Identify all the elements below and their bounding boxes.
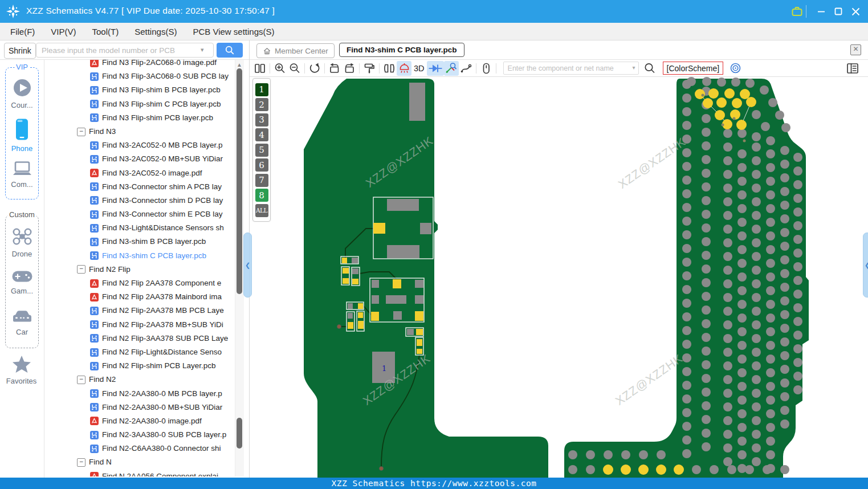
model-search-input[interactable] (36, 43, 214, 58)
colorscheme-button[interactable]: [ColorScheme] (663, 62, 724, 75)
tree-file-row[interactable]: Find N2-2AA380-0 image.pdf (44, 414, 235, 428)
tree-file-row[interactable]: Find N3-2AC052-0 MB PCB layer.p (44, 138, 235, 152)
curve-wire-icon[interactable] (459, 61, 474, 76)
watermark: XZZ@XZZHK (613, 352, 685, 408)
tree-file-row[interactable]: Find N3-Connector shim E PCB lay (44, 207, 235, 221)
mirror-flip-icon[interactable] (382, 61, 397, 76)
menu-item-2[interactable]: VIP(V) (51, 27, 76, 36)
tree-file-row[interactable]: Find N3 Flip-shim PCB layer.pcb (44, 111, 235, 125)
layer-button-5[interactable]: 5 (255, 144, 268, 157)
tree-file-row[interactable]: Find N2 Flip 2AA378 Component e (44, 276, 235, 290)
shrink-button[interactable]: Shrink (4, 43, 36, 59)
sidebar-item-game[interactable]: Gam... (6, 270, 38, 295)
layer-button-4[interactable]: 4 (255, 128, 268, 141)
rotate-view-icon[interactable] (307, 61, 322, 76)
tree-file-row[interactable]: Find N2-2AA380-0 MB PCB layer.p (44, 387, 235, 401)
minimize-button[interactable] (812, 0, 831, 23)
zoom-in-icon[interactable] (272, 61, 287, 76)
3d-view-button[interactable]: 3D (414, 64, 425, 73)
tree-file-row[interactable]: Find N 2AA056 Component explai (44, 470, 235, 476)
sidebar-item-drone[interactable]: Drone (6, 227, 38, 258)
pcb-viewport[interactable]: 1 XZZ@XZZHK XZZ@XZZHK XZZ@XZZHK XZZ@XZZH… (249, 77, 868, 478)
diode-mode-icon[interactable] (427, 61, 444, 76)
zoom-out-icon[interactable] (287, 61, 302, 76)
net-search-icon[interactable] (642, 61, 657, 76)
tree-item-label: Find N3 Flip-shim B PCB layer.pcb (102, 83, 221, 97)
tree-file-row[interactable]: Find N2-3AA380-0 SUB PCB layer.p (44, 428, 235, 442)
tree-file-row[interactable]: Find N2 Flip-2AA378 MB+SUB YiDi (44, 318, 235, 332)
tree-file-row[interactable]: Find N3-2AC052-0 image.pdf (44, 166, 235, 180)
tree-file-row[interactable]: Find N3 Flip-2AC068-0 image.pdf (44, 60, 235, 70)
tree-group-row[interactable]: −Find N3 (44, 125, 235, 138)
sidebar-item-car[interactable]: Car (6, 309, 38, 336)
scrollbar-thumb[interactable] (237, 68, 242, 294)
rotate-cw-icon[interactable] (342, 61, 357, 76)
tree-item-label: Find N3 Flip-shim C PCB layer.pcb (102, 97, 221, 111)
panel-list-icon[interactable] (846, 62, 859, 77)
tree-file-row[interactable]: Find N3-Connector shim A PCB lay (44, 180, 235, 194)
tree-file-row[interactable]: Find N3-shim C PCB layer.pcb (44, 249, 235, 263)
tree-file-row[interactable]: Find N3 Flip-shim B PCB layer.pcb (44, 83, 235, 97)
tree-file-row[interactable]: Find N2 Flip 2AA378 Mainbord ima (44, 290, 235, 304)
layer-button-2[interactable]: 2 (255, 98, 268, 111)
scrollbar-thumb[interactable] (237, 418, 242, 449)
close-document-icon[interactable]: ✕ (850, 44, 861, 55)
menu-item-5[interactable]: PCB View settings(S) (193, 27, 274, 36)
collapse-minus-icon[interactable]: − (77, 265, 85, 274)
scroll-up-arrow-icon[interactable]: ▲ (237, 62, 242, 68)
layer-button-8[interactable]: 8 (255, 189, 268, 202)
tree-file-row[interactable]: Find N2 Flip-3AA378 SUB PCB Laye (44, 332, 235, 345)
collapse-minus-icon[interactable]: − (77, 458, 85, 467)
tree-file-row[interactable]: Find N2-2AA380-0 MB+SUB YiDiar (44, 401, 235, 414)
tree-file-row[interactable]: Find N3-Connector shim D PCB lay (44, 194, 235, 207)
tree-item-label: Find N3-2AC052-0 MB+SUB YiDiar (102, 152, 223, 166)
layer-button-1[interactable]: 1 (255, 83, 268, 96)
lamp-highlight-icon[interactable] (397, 61, 411, 76)
model-search-button[interactable] (217, 43, 243, 58)
layer-button-all[interactable]: ALL (255, 204, 268, 217)
member-center-tab[interactable]: Member Center (256, 43, 335, 58)
tree-file-row[interactable]: Find N3-Light&Distance Sensors sh (44, 221, 235, 235)
menu-item-4[interactable]: Settings(S) (135, 27, 177, 36)
sidebar-item-phone[interactable]: Phone (6, 118, 38, 153)
net-search-input[interactable] (503, 62, 639, 75)
layer-button-6[interactable]: 6 (255, 158, 268, 172)
tree-group-row[interactable]: −Find N2 Flip (44, 263, 235, 276)
layer-button-3[interactable]: 3 (255, 113, 268, 127)
collapse-minus-icon[interactable]: − (77, 376, 85, 384)
tree-file-row[interactable]: Find N2 Flip-2AA378 MB PCB Laye (44, 304, 235, 317)
tree-file-row[interactable]: Find N2-C6AA380-0 Connector shi (44, 442, 235, 455)
tree-file-row[interactable]: Find N2 Flip-shim PCB Layer.pcb (44, 359, 235, 373)
sidebar-item-computer[interactable]: Com... (6, 161, 38, 189)
collapse-minus-icon[interactable]: − (77, 128, 85, 136)
vip-briefcase-icon[interactable] (791, 6, 803, 17)
active-file-tab[interactable]: Find N3-shim C PCB layer.pcb (339, 43, 464, 57)
paint-roller-icon[interactable] (362, 61, 377, 76)
mouse-icon[interactable] (479, 61, 494, 76)
split-view-icon[interactable] (252, 61, 267, 76)
tree-group-row[interactable]: −Find N (44, 455, 235, 469)
tree-item-label: Find N3 Flip-2AC068-0 image.pdf (102, 60, 217, 70)
chevron-down-icon[interactable]: ▾ (201, 46, 204, 54)
close-button[interactable] (846, 0, 865, 23)
tab-row: Member Center Find N3-shim C PCB layer.p… (249, 41, 868, 60)
chevron-down-icon[interactable]: ▾ (633, 64, 635, 71)
maximize-button[interactable] (829, 0, 848, 23)
tree-file-row[interactable]: Find N3-shim B PCB layer.pcb (44, 235, 235, 248)
menu-item-1[interactable]: File(F) (10, 27, 35, 36)
menu-item-3[interactable]: Tool(T) (92, 27, 119, 36)
layer-button-7[interactable]: 7 (255, 174, 268, 187)
tree-item-label: Find N2-C6AA380-0 Connector shi (102, 442, 221, 455)
tree-file-row[interactable]: Find N3 Flip-shim C PCB layer.pcb (44, 97, 235, 111)
eye-visibility-icon[interactable] (728, 61, 743, 76)
component-pad[interactable] (409, 83, 425, 121)
tree-file-row[interactable]: Find N3 Flip-3AC068-0 SUB PCB lay (44, 70, 235, 83)
tree-file-row[interactable]: Find N3-2AC052-0 MB+SUB YiDiar (44, 152, 235, 166)
sidebar-item-favorites[interactable]: Favorites (5, 355, 38, 385)
sidebar-item-course[interactable]: Cour... (6, 78, 38, 109)
component-group-mid[interactable] (370, 278, 424, 322)
rotate-ccw-icon[interactable] (327, 61, 342, 76)
tree-file-row[interactable]: Find N2 Flip-Light&Distance Senso (44, 345, 235, 359)
measure-probe-icon[interactable] (444, 61, 459, 76)
tree-group-row[interactable]: −Find N2 (44, 373, 235, 386)
